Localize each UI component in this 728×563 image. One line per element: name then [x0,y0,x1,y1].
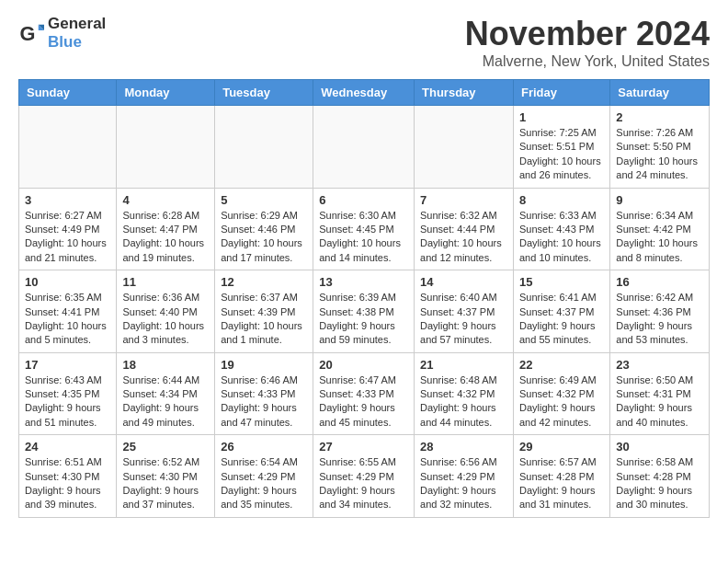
calendar-cell: 20Sunrise: 6:47 AM Sunset: 4:33 PM Dayli… [313,352,415,435]
calendar-cell: 16Sunrise: 6:42 AM Sunset: 4:36 PM Dayli… [610,270,710,353]
day-number: 7 [420,193,507,207]
calendar-cell: 14Sunrise: 6:40 AM Sunset: 4:37 PM Dayli… [415,270,514,353]
calendar-cell: 13Sunrise: 6:39 AM Sunset: 4:38 PM Dayli… [313,270,415,353]
calendar-cell [313,106,415,189]
day-number: 12 [221,275,307,289]
day-info: Sunrise: 6:56 AM Sunset: 4:29 PM Dayligh… [420,455,507,512]
weekday-header-monday: Monday [117,80,215,106]
week-row-4: 17Sunrise: 6:43 AM Sunset: 4:35 PM Dayli… [19,352,710,435]
calendar-cell: 3Sunrise: 6:27 AM Sunset: 4:49 PM Daylig… [19,188,117,270]
day-number: 24 [25,440,110,454]
calendar-cell: 22Sunrise: 6:49 AM Sunset: 4:32 PM Dayli… [513,352,609,435]
calendar-cell: 9Sunrise: 6:34 AM Sunset: 4:42 PM Daylig… [610,188,710,270]
weekday-header-tuesday: Tuesday [215,80,313,106]
day-number: 30 [616,440,703,454]
day-info: Sunrise: 6:47 AM Sunset: 4:33 PM Dayligh… [319,373,408,431]
day-info: Sunrise: 6:43 AM Sunset: 4:35 PM Dayligh… [25,373,110,431]
weekday-header-thursday: Thursday [415,80,514,106]
weekday-header-sunday: Sunday [19,80,117,106]
page-header: G General Blue November 2024 Malverne, N… [18,15,710,70]
day-number: 8 [519,193,604,207]
calendar-table: SundayMondayTuesdayWednesdayThursdayFrid… [18,79,710,518]
logo: G General Blue [18,15,106,52]
calendar-cell: 24Sunrise: 6:51 AM Sunset: 4:30 PM Dayli… [19,435,117,518]
day-info: Sunrise: 7:26 AM Sunset: 5:50 PM Dayligh… [616,126,703,183]
svg-text:G: G [20,22,36,45]
calendar-cell [415,106,514,189]
calendar-cell: 30Sunrise: 6:58 AM Sunset: 4:28 PM Dayli… [610,435,710,518]
calendar-cell [117,106,215,189]
day-info: Sunrise: 6:54 AM Sunset: 4:29 PM Dayligh… [221,455,307,512]
day-number: 10 [25,275,110,289]
day-number: 18 [122,358,209,372]
calendar-cell [215,106,313,189]
day-number: 16 [616,275,703,289]
day-info: Sunrise: 6:58 AM Sunset: 4:28 PM Dayligh… [616,455,703,512]
day-number: 1 [519,110,604,124]
logo-blue: Blue [48,33,82,51]
day-info: Sunrise: 6:29 AM Sunset: 4:46 PM Dayligh… [221,209,307,266]
day-info: Sunrise: 6:27 AM Sunset: 4:49 PM Dayligh… [25,209,110,266]
weekday-header-friday: Friday [513,80,609,106]
weekday-header-wednesday: Wednesday [313,80,415,106]
logo-icon: G [18,20,44,46]
day-info: Sunrise: 6:30 AM Sunset: 4:45 PM Dayligh… [319,209,408,266]
calendar-cell: 4Sunrise: 6:28 AM Sunset: 4:47 PM Daylig… [117,188,215,270]
day-info: Sunrise: 6:55 AM Sunset: 4:29 PM Dayligh… [319,455,408,512]
day-number: 22 [519,358,604,372]
day-number: 4 [122,193,209,207]
day-info: Sunrise: 6:50 AM Sunset: 4:31 PM Dayligh… [616,373,703,431]
day-info: Sunrise: 6:32 AM Sunset: 4:44 PM Dayligh… [420,209,507,266]
day-info: Sunrise: 6:41 AM Sunset: 4:37 PM Dayligh… [519,291,604,348]
calendar-cell: 17Sunrise: 6:43 AM Sunset: 4:35 PM Dayli… [19,352,117,435]
day-info: Sunrise: 6:37 AM Sunset: 4:39 PM Dayligh… [221,291,307,348]
calendar-cell: 6Sunrise: 6:30 AM Sunset: 4:45 PM Daylig… [313,188,415,270]
calendar-cell: 25Sunrise: 6:52 AM Sunset: 4:30 PM Dayli… [117,435,215,518]
calendar-cell: 29Sunrise: 6:57 AM Sunset: 4:28 PM Dayli… [513,435,609,518]
day-info: Sunrise: 7:25 AM Sunset: 5:51 PM Dayligh… [519,126,604,183]
day-info: Sunrise: 6:36 AM Sunset: 4:40 PM Dayligh… [122,291,209,348]
calendar-cell: 19Sunrise: 6:46 AM Sunset: 4:33 PM Dayli… [215,352,313,435]
day-info: Sunrise: 6:35 AM Sunset: 4:41 PM Dayligh… [25,291,110,348]
calendar-cell: 21Sunrise: 6:48 AM Sunset: 4:32 PM Dayli… [415,352,514,435]
day-number: 23 [616,358,703,372]
day-number: 6 [319,193,408,207]
weekday-header-saturday: Saturday [610,80,710,106]
day-number: 13 [319,275,408,289]
title-area: November 2024 Malverne, New York, United… [465,15,710,70]
day-number: 2 [616,110,703,124]
day-number: 27 [319,440,408,454]
day-info: Sunrise: 6:42 AM Sunset: 4:36 PM Dayligh… [616,291,703,348]
day-number: 20 [319,358,408,372]
day-number: 21 [420,358,507,372]
weekday-header-row: SundayMondayTuesdayWednesdayThursdayFrid… [19,80,710,106]
calendar-cell: 18Sunrise: 6:44 AM Sunset: 4:34 PM Dayli… [117,352,215,435]
day-info: Sunrise: 6:51 AM Sunset: 4:30 PM Dayligh… [25,455,110,512]
week-row-5: 24Sunrise: 6:51 AM Sunset: 4:30 PM Dayli… [19,435,710,518]
day-info: Sunrise: 6:57 AM Sunset: 4:28 PM Dayligh… [519,455,604,512]
day-info: Sunrise: 6:49 AM Sunset: 4:32 PM Dayligh… [519,373,604,431]
calendar-cell: 26Sunrise: 6:54 AM Sunset: 4:29 PM Dayli… [215,435,313,518]
day-number: 5 [221,193,307,207]
calendar-cell [19,106,117,189]
day-number: 14 [420,275,507,289]
week-row-3: 10Sunrise: 6:35 AM Sunset: 4:41 PM Dayli… [19,270,710,353]
day-info: Sunrise: 6:44 AM Sunset: 4:34 PM Dayligh… [122,373,209,431]
week-row-2: 3Sunrise: 6:27 AM Sunset: 4:49 PM Daylig… [19,188,710,270]
calendar-cell: 5Sunrise: 6:29 AM Sunset: 4:46 PM Daylig… [215,188,313,270]
day-number: 28 [420,440,507,454]
day-info: Sunrise: 6:52 AM Sunset: 4:30 PM Dayligh… [122,455,209,512]
calendar-cell: 27Sunrise: 6:55 AM Sunset: 4:29 PM Dayli… [313,435,415,518]
day-number: 25 [122,440,209,454]
month-title: November 2024 [465,15,710,53]
calendar-cell: 15Sunrise: 6:41 AM Sunset: 4:37 PM Dayli… [513,270,609,353]
day-number: 29 [519,440,604,454]
calendar-cell: 8Sunrise: 6:33 AM Sunset: 4:43 PM Daylig… [513,188,609,270]
day-info: Sunrise: 6:34 AM Sunset: 4:42 PM Dayligh… [616,209,703,266]
calendar-cell: 23Sunrise: 6:50 AM Sunset: 4:31 PM Dayli… [610,352,710,435]
logo-general: General [48,15,106,32]
day-number: 19 [221,358,307,372]
day-number: 26 [221,440,307,454]
calendar-cell: 1Sunrise: 7:25 AM Sunset: 5:51 PM Daylig… [513,106,609,189]
day-number: 9 [616,193,703,207]
